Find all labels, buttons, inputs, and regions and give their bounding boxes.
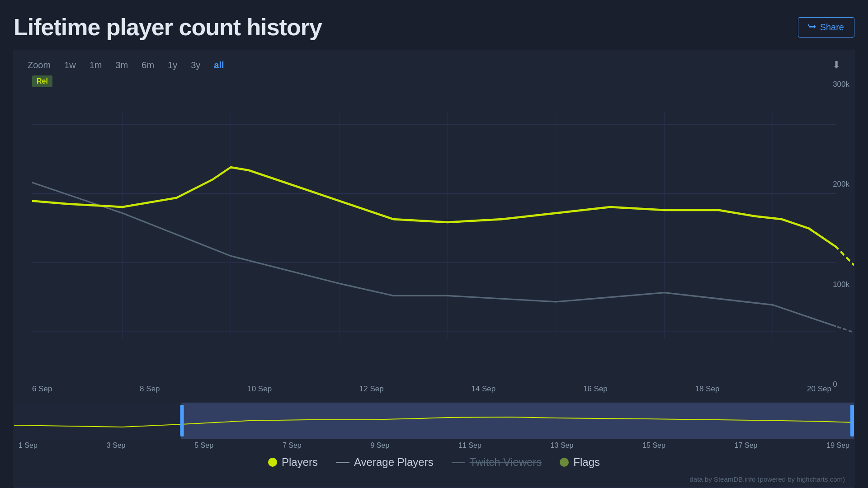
- zoom-3y[interactable]: 3y: [191, 60, 200, 70]
- players-dot: [268, 458, 277, 467]
- legend-twitch[interactable]: Twitch Viewers: [452, 456, 542, 469]
- nav-x-11sep: 11 Sep: [458, 441, 481, 450]
- svg-rect-13: [14, 403, 181, 439]
- nav-x-15sep: 15 Sep: [642, 441, 665, 450]
- x-axis-labels: 6 Sep 8 Sep 10 Sep 12 Sep 14 Sep 16 Sep …: [32, 385, 831, 394]
- y-label-200k: 200k: [833, 180, 849, 189]
- nav-x-19sep: 19 Sep: [826, 441, 849, 450]
- flags-label: Flags: [573, 456, 600, 469]
- nav-x-5sep: 5 Sep: [194, 441, 213, 450]
- navigator-svg: [14, 403, 854, 439]
- y-label-300k: 300k: [833, 80, 849, 89]
- nav-x-13sep: 13 Sep: [551, 441, 574, 450]
- x-label-14sep: 14 Sep: [471, 385, 495, 394]
- x-label-16sep: 16 Sep: [583, 385, 608, 394]
- average-line-icon: [336, 462, 349, 463]
- zoom-label: Zoom: [28, 60, 51, 70]
- flags-dot: [560, 458, 569, 467]
- header-row: Lifetime player count history ⮩ Share: [14, 14, 854, 41]
- share-icon: ⮩: [808, 23, 816, 32]
- legend-flags[interactable]: Flags: [560, 456, 600, 469]
- nav-x-7sep: 7 Sep: [283, 441, 302, 450]
- y-label-0: 0: [833, 380, 849, 389]
- navigator-x-labels: 1 Sep 3 Sep 5 Sep 7 Sep 9 Sep 11 Sep 13 …: [14, 441, 854, 450]
- x-label-10sep: 10 Sep: [247, 385, 272, 394]
- zoom-1m[interactable]: 1m: [90, 60, 102, 70]
- x-label-12sep: 12 Sep: [359, 385, 384, 394]
- average-label: Average Players: [354, 456, 434, 469]
- nav-x-1sep: 1 Sep: [19, 441, 38, 450]
- attribution: data by SteamDB.info (powered by highcha…: [14, 473, 854, 488]
- zoom-6m[interactable]: 6m: [142, 60, 154, 70]
- y-label-100k: 100k: [833, 280, 849, 289]
- legend-row: Players Average Players Twitch Viewers F…: [14, 448, 854, 473]
- chart-container: Zoom 1w 1m 3m 6m 1y 3y all ⬇ Rel 300k 20…: [14, 50, 854, 488]
- navigator-area[interactable]: 1 Sep 3 Sep 5 Sep 7 Sep 9 Sep 11 Sep 13 …: [14, 403, 854, 448]
- nav-x-17sep: 17 Sep: [735, 441, 758, 450]
- zoom-all[interactable]: all: [214, 60, 224, 70]
- zoom-1w[interactable]: 1w: [64, 60, 76, 70]
- twitch-label: Twitch Viewers: [470, 456, 542, 469]
- x-label-8sep: 8 Sep: [140, 385, 160, 394]
- download-icon[interactable]: ⬇: [832, 59, 840, 71]
- svg-rect-15: [850, 405, 854, 436]
- twitch-line-icon: [452, 462, 465, 463]
- nav-x-3sep: 3 Sep: [107, 441, 126, 450]
- legend-players[interactable]: Players: [268, 456, 318, 469]
- nav-x-9sep: 9 Sep: [371, 441, 390, 450]
- share-button[interactable]: ⮩ Share: [798, 17, 854, 38]
- y-axis-labels: 300k 200k 100k 0: [833, 75, 849, 394]
- rel-badge: Rel: [32, 75, 52, 87]
- page-container: Lifetime player count history ⮩ Share Zo…: [0, 0, 868, 488]
- legend-average[interactable]: Average Players: [336, 456, 434, 469]
- zoom-3m[interactable]: 3m: [116, 60, 128, 70]
- svg-rect-14: [180, 405, 184, 436]
- zoom-1y[interactable]: 1y: [168, 60, 177, 70]
- page-title: Lifetime player count history: [14, 14, 322, 41]
- main-chart-area: Rel 300k 200k 100k 0: [14, 75, 854, 394]
- zoom-bar: Zoom 1w 1m 3m 6m 1y 3y all ⬇: [14, 55, 854, 75]
- x-label-18sep: 18 Sep: [695, 385, 719, 394]
- share-label: Share: [820, 22, 844, 33]
- main-chart-svg: [14, 75, 854, 394]
- x-label-20sep: 20 Sep: [807, 385, 831, 394]
- x-label-6sep: 6 Sep: [32, 385, 52, 394]
- players-label: Players: [282, 456, 318, 469]
